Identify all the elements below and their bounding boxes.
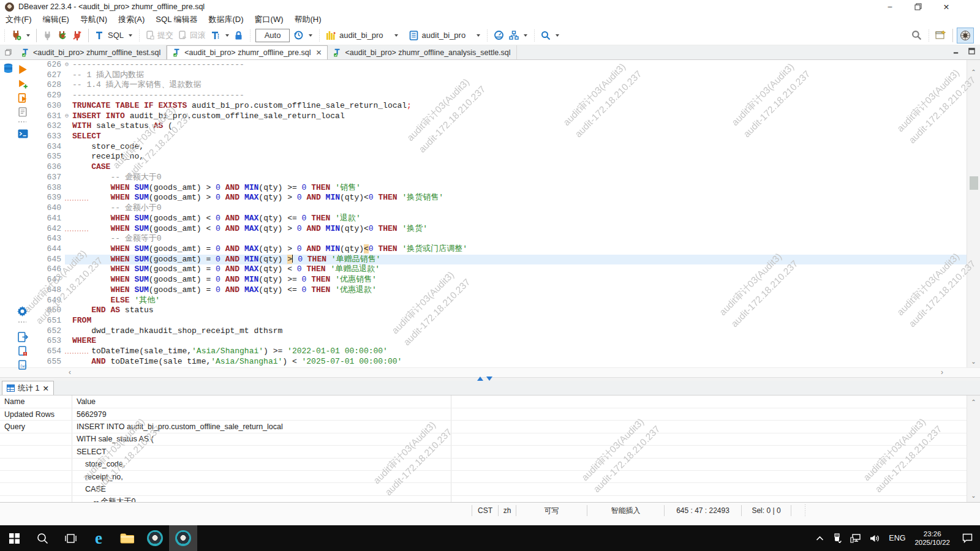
splitter-up-icon[interactable] — [477, 377, 483, 381]
commit-mode-combo[interactable]: Auto — [255, 29, 290, 42]
new-connection-dropdown[interactable] — [26, 34, 30, 37]
execute-script-icon[interactable] — [18, 64, 28, 75]
status-cell-0[interactable]: CST — [472, 503, 498, 519]
connection-selector[interactable]: audit_bi_pro — [323, 28, 386, 43]
stats-row[interactable]: Updated Rows5662979 — [0, 408, 980, 421]
status-cell-3[interactable]: 智能插入 — [587, 503, 664, 519]
status-cell-2[interactable]: 可写 — [516, 503, 587, 519]
rollback-button[interactable]: 回滚 — [176, 28, 208, 43]
code-line-642[interactable]: 642 WHEN SUM(goods_amt) < 0 AND MAX(qty)… — [29, 224, 967, 234]
code-line-627[interactable]: 627-- 1 插入国内数据 — [29, 70, 967, 81]
panel-scroll-up-icon[interactable]: ⌃ — [967, 399, 980, 405]
reconnect-button[interactable] — [55, 28, 70, 43]
stats-tab[interactable]: 统计 1 ✕ — [2, 381, 54, 395]
code-line-628[interactable]: 628-- 1.4 插入海一家销售、退款数据 — [29, 80, 967, 91]
code-line-655[interactable]: 655 AND toDateTime(sale time,'Asia/Shang… — [29, 357, 967, 367]
menu-a[interactable]: 搜索(A) — [113, 14, 150, 25]
scroll-left-icon[interactable]: ‹ — [69, 368, 71, 377]
database-stack-icon[interactable] — [3, 63, 13, 73]
scrollbar-thumb[interactable] — [970, 176, 978, 190]
output-log-icon[interactable] — [18, 346, 28, 356]
code-line-638[interactable]: 638 WHEN SUM(goods_amt) > 0 AND MIN(qty)… — [29, 183, 967, 193]
transaction-dropdown[interactable] — [225, 34, 229, 37]
code-line-648[interactable]: 648 WHEN SUM(goods_amt) = 0 AND MAX(qty)… — [29, 285, 967, 296]
sql-editor-button[interactable]: SQL — [92, 28, 126, 43]
connection-dropdown[interactable] — [394, 34, 398, 37]
menu-f[interactable]: 文件(F) — [0, 14, 37, 25]
volume-tray-button[interactable] — [865, 525, 884, 551]
action-center-button[interactable] — [955, 525, 980, 551]
code-line-639[interactable]: 639 WHEN SUM(goods_amt) > 0 AND MAX(qty)… — [29, 193, 967, 203]
editor-tab-0[interactable]: <audit_bi_pro> zhumr_offline_test.sql — [16, 45, 167, 59]
quick-access-search[interactable] — [909, 28, 924, 43]
stats-tab-close-icon[interactable]: ✕ — [42, 384, 48, 393]
code-line-647[interactable]: 647 WHEN SUM(goods_amt) = 0 AND MIN(qty)… — [29, 275, 967, 285]
menu-h[interactable]: 帮助(H) — [288, 14, 326, 25]
close-button[interactable]: ✕ — [932, 0, 960, 13]
code-line-631[interactable]: 631⊖INSERT INTO audit_bi_pro.custom_offl… — [29, 111, 967, 122]
explain-plan-icon[interactable] — [18, 107, 28, 118]
file-explorer-button[interactable] — [113, 525, 141, 551]
execute-statement-icon[interactable] — [18, 93, 28, 103]
status-cell-5[interactable]: Sel: 0 | 0 — [742, 503, 791, 519]
disconnect-button[interactable] — [70, 28, 85, 43]
start-button[interactable] — [0, 525, 28, 551]
task-view-button[interactable] — [56, 525, 85, 551]
code-line-634[interactable]: 634 store_code, — [29, 142, 967, 152]
taskbar-search-button[interactable] — [28, 525, 56, 551]
code-line-643[interactable]: 643 -- 金额等于0 — [29, 234, 967, 244]
maximize-view-icon[interactable] — [968, 48, 975, 54]
export-result-icon[interactable] — [18, 332, 28, 342]
settings-gear-icon[interactable] — [17, 306, 28, 317]
fold-marker-icon[interactable]: ⊖ — [65, 60, 72, 70]
query-log-icon[interactable]: (w) — [18, 360, 28, 370]
editor-code[interactable]: 626⊖------------------------------------… — [29, 60, 967, 367]
code-line-650[interactable]: 650 END AS status — [29, 305, 967, 316]
code-line-646[interactable]: 646 WHEN SUM(goods_amt) = 0 AND MAX(qty)… — [29, 264, 967, 275]
transaction-log-button[interactable] — [291, 28, 306, 43]
panel-vertical-scrollbar[interactable]: ⌃ ⌄ — [967, 395, 980, 502]
panel-scroll-down-icon[interactable]: ⌄ — [967, 492, 980, 499]
code-line-641[interactable]: 641 WHEN SUM(goods_amt) < 0 AND MAX(qty)… — [29, 214, 967, 224]
code-line-636[interactable]: 636 CASE — [29, 162, 967, 173]
stats-row[interactable]: SELECT — [0, 446, 980, 458]
code-line-626[interactable]: 626⊖------------------------------------ — [29, 60, 967, 70]
menu-e[interactable]: 编辑(E) — [37, 14, 75, 25]
scroll-down-icon[interactable]: ⌄ — [967, 358, 980, 365]
menu-sql[interactable]: SQL 编辑器 — [150, 14, 203, 25]
tabbar-restore-icon[interactable] — [0, 45, 16, 59]
code-line-637[interactable]: 637 -- 金额大于0 — [29, 173, 967, 183]
fold-marker-icon[interactable]: ⊖ — [65, 111, 72, 122]
scroll-right-icon[interactable]: › — [941, 368, 943, 377]
stats-row[interactable]: WITH sale_status AS ( — [0, 433, 980, 446]
minimize-view-icon[interactable] — [953, 48, 960, 54]
transaction-log-dropdown[interactable] — [309, 34, 312, 37]
menu-w[interactable]: 窗口(W) — [249, 14, 289, 25]
taskbar-clock[interactable]: 23:26 2025/10/22 — [910, 530, 955, 547]
sql-editor-dropdown[interactable] — [129, 34, 132, 37]
network-profile-button[interactable] — [507, 28, 521, 43]
editor-tab-2[interactable]: <audit_bi_pro> zhumr_offline_analysis_se… — [328, 45, 516, 59]
panel-splitter[interactable] — [0, 377, 980, 381]
code-line-630[interactable]: 630TRUNCATE TABLE IF EXISTS audit_bi_pro… — [29, 101, 967, 111]
execute-new-tab-icon[interactable] — [18, 79, 28, 89]
menu-d[interactable]: 数据库(D) — [203, 14, 249, 25]
splitter-down-icon[interactable] — [486, 377, 492, 381]
code-line-629[interactable]: 629------------------------------------ — [29, 91, 967, 101]
code-line-644[interactable]: 644 WHEN SUM(goods_amt) = 0 AND MAX(qty)… — [29, 244, 967, 255]
restore-button[interactable] — [904, 0, 932, 13]
code-line-651[interactable]: 651FROM — [29, 316, 967, 326]
minimize-button[interactable]: – — [876, 0, 904, 13]
language-indicator[interactable]: ENG — [884, 525, 910, 551]
dbeaver-taskbar-button[interactable] — [141, 525, 169, 551]
usb-tray-button[interactable] — [828, 525, 846, 551]
menu-n[interactable]: 导航(N) — [75, 14, 113, 25]
stats-row[interactable]: -- 金额大于0 — [0, 496, 980, 502]
code-line-653[interactable]: 653WHERE — [29, 336, 967, 347]
connect-button[interactable] — [40, 28, 55, 43]
code-line-645[interactable]: 645 WHEN SUM(goods_amt) = 0 AND MIN(qty)… — [29, 255, 967, 265]
stats-row[interactable]: store_code, — [0, 459, 980, 471]
terminal-icon[interactable] — [18, 129, 28, 139]
schema-dropdown[interactable] — [477, 34, 480, 37]
tab-close-icon[interactable]: ✕ — [315, 48, 322, 57]
